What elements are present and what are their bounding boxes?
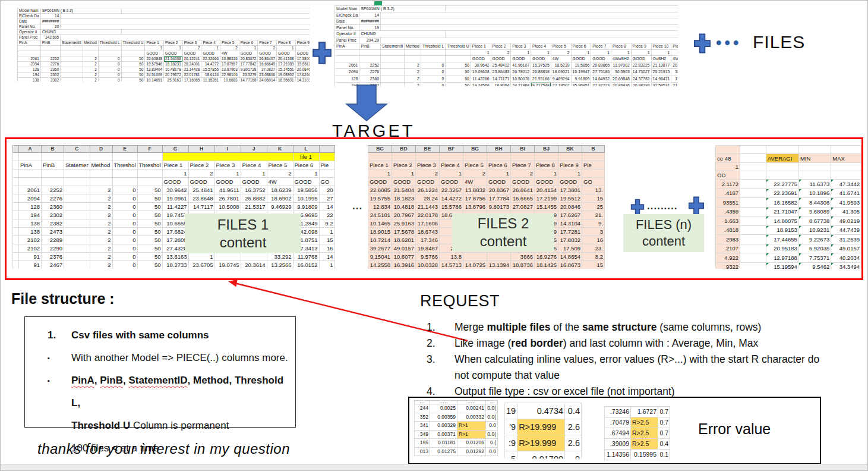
cell: 22.32666 <box>201 56 220 62</box>
cell: 2 <box>90 261 112 269</box>
cell: 1 <box>571 49 591 56</box>
cell: R>19.999 <box>517 419 565 435</box>
cell: Piece 2 <box>164 40 183 46</box>
cell: 24.37782 <box>631 76 651 83</box>
cell: 13. <box>582 186 605 194</box>
cell: .4167 <box>716 189 740 198</box>
cell <box>440 153 463 161</box>
cell: 2 <box>416 169 440 178</box>
cell: 1.663 <box>716 216 740 226</box>
cell: 2276 <box>42 194 64 203</box>
cell <box>421 56 445 62</box>
error-fragment-3-grid: .732461.67270.7.70479R>2.50.7.67494R>2.5… <box>604 406 670 460</box>
cell: 9.5462 <box>798 262 831 269</box>
cell <box>19 169 42 178</box>
plus-icon <box>688 196 705 216</box>
cell: Piece 10 <box>651 43 671 50</box>
cell: 16.66649 <box>258 62 277 67</box>
cell: 25.48412 <box>491 62 511 69</box>
cell <box>446 6 678 12</box>
cell: 24.21868 <box>511 83 531 87</box>
cell: PinB <box>42 161 64 169</box>
cell <box>392 153 416 161</box>
cell <box>798 171 831 180</box>
cell: BI <box>511 146 535 153</box>
cell: 1 <box>611 49 632 56</box>
cell: 1.14356 <box>605 450 631 460</box>
cell: 21.53166 <box>531 76 551 83</box>
cell: 1 <box>295 46 310 51</box>
cell: R>2.5 <box>631 439 658 450</box>
cell: 013 <box>415 447 430 456</box>
cell: 50 <box>446 76 471 83</box>
cell: .2107 <box>716 244 740 253</box>
cell: 138 <box>18 78 41 82</box>
cell: 18.8064 <box>491 83 511 87</box>
cell: 14.8654 <box>558 253 582 261</box>
cell: MAX <box>831 154 861 163</box>
cell: 50 <box>121 62 145 67</box>
cell: GOOD <box>214 178 241 186</box>
cell <box>381 62 405 69</box>
cell: BF <box>440 146 463 153</box>
cell: 20.86936 <box>611 83 632 87</box>
cell: Pie <box>582 161 605 169</box>
text-run: StatementID <box>128 375 187 386</box>
error-fragment-2-grid: 190.47340.4'9R>19.9992.6:9R>19.9992.650.… <box>504 403 582 459</box>
cell: 26.86407 <box>258 56 277 62</box>
cell: 18.6124 <box>201 73 220 78</box>
cell <box>381 18 678 25</box>
text-run: PinB <box>100 375 123 386</box>
cell <box>112 178 137 186</box>
spreadsheet-file-a-screenshot: Model NamSP601MN ( B 3-2)ElCheck Da14Dat… <box>17 8 310 81</box>
cell: 0.4 <box>565 403 582 419</box>
cell <box>137 178 162 186</box>
cell <box>381 69 405 76</box>
error-fragment-3: .732461.67270.7.70479R>2.50.7.67494R>2.5… <box>604 406 671 461</box>
cell: 10.19947 <box>571 69 591 76</box>
cell <box>740 180 766 189</box>
cell: 10.5008 <box>214 203 241 211</box>
cell: 0.01700 <box>517 451 565 459</box>
cell: 22.37223 <box>591 83 611 87</box>
cell: 9.91809 <box>293 203 319 211</box>
cell <box>446 49 471 56</box>
cell: 20.69848 <box>611 76 632 83</box>
cell: 9.5766 <box>416 253 440 261</box>
ellipsis-between-files: ... <box>352 200 362 212</box>
request-item: 1.Merge multiple files of the same struc… <box>427 319 835 335</box>
cell: 17.8756 <box>463 194 487 203</box>
cell: 2289 <box>42 236 64 244</box>
cell: 0 <box>98 73 121 78</box>
cell: 13.8832 <box>463 186 487 194</box>
cell: 1 <box>293 169 319 178</box>
cell <box>381 37 678 43</box>
error-fragment-1-grid: ···············2440.00250.002410.0(3520.… <box>414 400 498 456</box>
cell: Piece 4 <box>201 40 220 46</box>
text-run: of the <box>550 321 582 333</box>
cell: 2290 <box>42 244 64 253</box>
list-marker: ▪ <box>48 347 71 369</box>
cell: 4W <box>220 51 239 56</box>
cell: 17.509 <box>558 244 582 253</box>
cell: 2 <box>491 49 511 56</box>
cell: 15 <box>319 236 334 244</box>
cell: 10.4818 <box>392 203 416 211</box>
cell <box>13 219 19 228</box>
files-label: FILES <box>753 32 805 52</box>
cell: GOOD <box>392 178 416 186</box>
cell: SP601MN ( B 3-2) <box>40 8 121 14</box>
cell: 49.0219 <box>831 216 861 226</box>
cell <box>90 153 112 161</box>
cell: 2 <box>83 78 98 82</box>
cell <box>13 261 19 269</box>
cell: 2 <box>671 49 678 56</box>
cell: 2 <box>404 69 421 76</box>
cell: 16.3752 <box>241 186 267 194</box>
cell: 0 <box>112 211 137 219</box>
cell: GOOD <box>258 51 277 56</box>
cell: GOOD <box>631 56 651 62</box>
cell: 0 <box>112 194 137 203</box>
spreadsheet-file-a-table: Model NamSP601MN ( B 3-2)ElCheck Da14Dat… <box>17 8 310 81</box>
cell: 20.8367 <box>487 186 511 194</box>
